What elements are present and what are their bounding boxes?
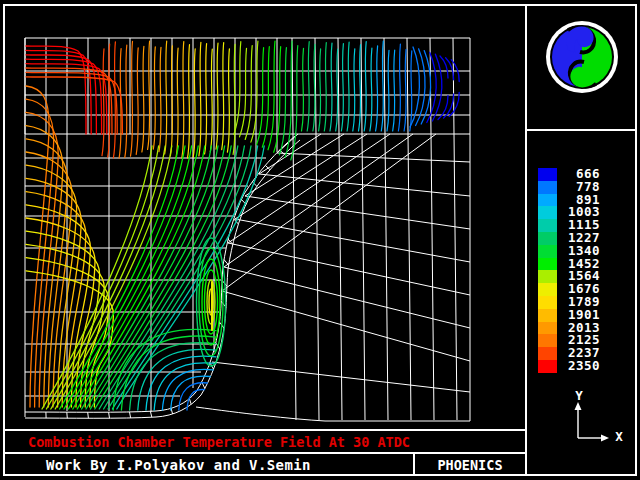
legend-swatch xyxy=(538,309,557,322)
phoenics-logo-icon xyxy=(546,21,618,93)
legend-swatch xyxy=(538,322,557,335)
logo-box-divider xyxy=(525,129,637,131)
brand-cell-divider xyxy=(413,452,415,476)
legend-swatch xyxy=(538,334,557,347)
axis-indicator-icon xyxy=(575,402,610,442)
legend-swatch xyxy=(538,206,557,219)
legend-swatch xyxy=(538,283,557,296)
phoenics-brand-label: PHOENICS xyxy=(417,457,523,474)
color-legend: 6667788911003111512271340145215641676178… xyxy=(538,168,600,373)
credits-text: Work By I.Polyakov and V.Semin xyxy=(46,457,311,474)
frame-bottom xyxy=(3,474,637,476)
legend-swatch xyxy=(538,360,557,373)
x-axis-label: X xyxy=(610,429,628,444)
legend-swatch xyxy=(538,168,557,181)
frame-right xyxy=(635,4,637,476)
title-bar-top-line xyxy=(3,429,527,431)
frame-top xyxy=(3,4,637,6)
legend-swatch xyxy=(538,194,557,207)
computational-mesh xyxy=(25,38,470,421)
legend-row: 2350 xyxy=(538,360,600,373)
legend-swatch xyxy=(538,296,557,309)
legend-value: 2350 xyxy=(557,360,600,373)
phoenics-screen: Combustion Chamber Temperature Field At … xyxy=(0,0,640,480)
plot-title: Combustion Chamber Temperature Field At … xyxy=(28,433,410,451)
y-axis-label: Y xyxy=(570,388,588,403)
frame-left xyxy=(3,4,5,476)
sidebar-divider xyxy=(525,4,527,476)
legend-swatch xyxy=(538,270,557,283)
title-bar-bottom-line xyxy=(3,452,527,454)
legend-swatch xyxy=(538,219,557,232)
temperature-contours xyxy=(26,41,459,410)
legend-swatch xyxy=(538,347,557,360)
legend-swatch xyxy=(538,245,557,258)
legend-swatch xyxy=(538,232,557,245)
legend-swatch xyxy=(538,258,557,271)
legend-swatch xyxy=(538,181,557,194)
